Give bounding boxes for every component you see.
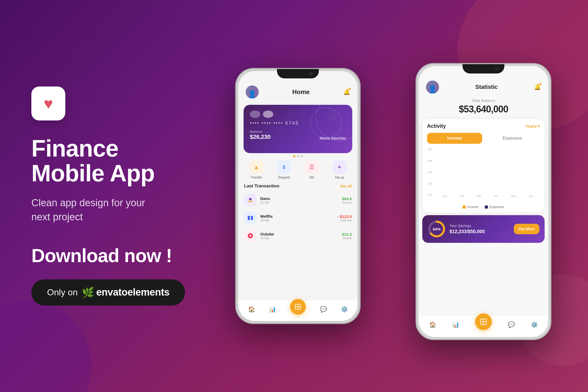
transactions-header: Last Transaction See all bbox=[238, 182, 358, 191]
user-avatar: 👤 bbox=[246, 85, 259, 99]
transaction-outube[interactable]: Outube 16 Apr $12.5 Income bbox=[238, 227, 358, 245]
action-transfer[interactable]: ▲ Transfer bbox=[250, 160, 263, 179]
tab-expenses[interactable]: Expenses bbox=[485, 133, 540, 144]
stat-home-nav-icon[interactable]: 🏠 bbox=[429, 321, 436, 328]
legend-income: Income bbox=[463, 205, 479, 209]
envato-name: envatoelements bbox=[96, 287, 169, 298]
savings-percentage: 64% bbox=[433, 227, 441, 231]
fab-home[interactable] bbox=[290, 299, 306, 315]
total-balance-section: Total Balance $53,640,000 bbox=[419, 96, 548, 119]
payment-card[interactable]: •••• •••• •••• 6745 Balance $26,230 Alex… bbox=[244, 105, 352, 153]
avatar-person-icon: 👤 bbox=[248, 90, 257, 99]
metflix-name: Metflix bbox=[260, 214, 334, 218]
activity-title: Activity bbox=[427, 123, 446, 129]
notification-dot bbox=[349, 88, 351, 90]
chat-nav-icon[interactable]: 💬 bbox=[320, 306, 327, 313]
danu-date: 21 Apr bbox=[260, 201, 338, 204]
svg-rect-5 bbox=[248, 216, 250, 220]
app-icon: ♥ bbox=[31, 87, 65, 120]
action-request[interactable]: $ Request bbox=[277, 160, 291, 179]
envato-badge[interactable]: Only on 🌿 envatoelements bbox=[31, 279, 185, 305]
notification-bell-icon[interactable]: 🔔 bbox=[343, 89, 350, 95]
stat-stats-nav-icon[interactable]: 📊 bbox=[452, 321, 459, 328]
metflix-info: Metflix 18 Apr bbox=[260, 214, 334, 222]
phone-btn-left-2a bbox=[416, 103, 417, 116]
transaction-metflix[interactable]: Metflix 18 Apr - $123.0 Outcome bbox=[238, 209, 358, 227]
envato-prefix: Only on bbox=[47, 287, 78, 297]
screen-statistic: 👤 Statistic 🔔 Total Balance $53,640,000 bbox=[419, 66, 548, 337]
svg-rect-4 bbox=[248, 201, 252, 202]
outube-icon bbox=[244, 229, 257, 242]
danu-icon bbox=[244, 194, 257, 206]
card-circle-1 bbox=[250, 111, 260, 118]
metflix-amount-col: - $123.0 Outcome bbox=[337, 214, 352, 222]
envato-logo: 🌿 envatoelements bbox=[82, 287, 169, 298]
savings-value: $12,233/$50,000 bbox=[449, 229, 510, 234]
stat-avatar-image: 👤 bbox=[426, 80, 439, 94]
home-title: Home bbox=[292, 88, 310, 96]
phone-statistic: 👤 Statistic 🔔 Total Balance $53,640,000 bbox=[416, 63, 551, 340]
total-balance-label: Total Balance bbox=[424, 98, 543, 103]
total-balance-value: $53,640,000 bbox=[424, 104, 543, 115]
app-title: Finance Mobile App bbox=[31, 136, 214, 186]
bill-icon: ☰ bbox=[305, 160, 319, 174]
transaction-danu[interactable]: Danu 21 Apr $64.5 Income bbox=[238, 191, 358, 209]
phone-home: 👤 Home 🔔 bbox=[235, 68, 361, 324]
phone-btn-left-2b bbox=[416, 122, 417, 142]
stat-avatar-person-icon: 👤 bbox=[428, 85, 437, 94]
phone-notch-2 bbox=[463, 64, 504, 73]
see-more-button[interactable]: See More bbox=[514, 224, 539, 234]
fab-stat[interactable] bbox=[475, 313, 492, 330]
activity-chart: $5K $4K $3K $2K $1K bbox=[427, 148, 540, 203]
settings-nav-icon[interactable]: ⚙️ bbox=[341, 306, 348, 313]
danu-info: Danu 21 Apr bbox=[260, 196, 338, 204]
see-all-link[interactable]: See all bbox=[340, 184, 352, 188]
action-bill[interactable]: ☰ Bill bbox=[305, 160, 319, 179]
phone-btn-left-2c bbox=[416, 148, 417, 169]
phone-notch-1 bbox=[277, 69, 319, 78]
stat-chat-nav-icon[interactable]: 💬 bbox=[508, 321, 515, 328]
home-nav-icon[interactable]: 🏠 bbox=[248, 306, 255, 313]
tab-income[interactable]: Income bbox=[427, 133, 482, 144]
phone-btn-right-2 bbox=[550, 111, 551, 132]
legend-income-dot bbox=[463, 205, 466, 209]
yearly-dropdown[interactable]: Yearly ▾ bbox=[525, 124, 540, 129]
activity-section: Activity Yearly ▾ Income Expenses bbox=[422, 119, 545, 212]
svg-rect-6 bbox=[251, 216, 253, 220]
metflix-icon bbox=[244, 212, 257, 224]
card-ind-3 bbox=[301, 155, 303, 157]
outube-name: Outube bbox=[260, 232, 338, 236]
topup-icon: + bbox=[333, 160, 346, 174]
phone-btn-left-1a bbox=[235, 108, 236, 121]
bill-label: Bill bbox=[310, 176, 314, 179]
y-label-4k: $4K bbox=[428, 159, 436, 162]
download-text: Download now ! bbox=[31, 245, 214, 266]
danu-type: Income bbox=[342, 201, 352, 204]
savings-card[interactable]: 64% Your Savings $12,233/$50,000 See Mor… bbox=[422, 215, 545, 243]
transfer-label: Transfer bbox=[251, 176, 262, 179]
stat-settings-nav-icon[interactable]: ⚙️ bbox=[531, 321, 538, 328]
y-label-1k: $1K bbox=[428, 194, 436, 197]
phone-btn-left-1b bbox=[235, 126, 236, 147]
legend-expenses-label: Expenses bbox=[489, 205, 504, 209]
outube-amount-col: $12.5 Income bbox=[342, 232, 352, 240]
svg-rect-2 bbox=[331, 115, 341, 124]
envato-leaf-icon: 🌿 bbox=[82, 287, 94, 298]
quick-actions: ▲ Transfer $ Request ☰ Bill + Top-up bbox=[238, 157, 358, 182]
chart-legend: Income Expenses bbox=[427, 205, 540, 209]
card-pattern bbox=[326, 110, 347, 131]
chart-bar-groups bbox=[436, 148, 539, 198]
outube-info: Outube 16 Apr bbox=[260, 232, 338, 240]
action-topup[interactable]: + Top-up bbox=[333, 160, 346, 179]
card-ind-1 bbox=[293, 155, 295, 157]
savings-info: Your Savings $12,233/$50,000 bbox=[449, 224, 510, 234]
activity-header: Activity Yearly ▾ bbox=[427, 123, 540, 129]
stat-bell-icon[interactable]: 🔔 bbox=[534, 84, 541, 90]
savings-donut: 64% bbox=[428, 220, 446, 238]
card-ind-2 bbox=[297, 155, 299, 157]
outube-type: Income bbox=[342, 237, 352, 240]
savings-label: Your Savings bbox=[449, 224, 510, 228]
stats-nav-icon[interactable]: 📊 bbox=[269, 306, 276, 313]
transactions-title: Last Transaction bbox=[244, 183, 279, 189]
danu-amount: $64.5 bbox=[342, 197, 352, 201]
